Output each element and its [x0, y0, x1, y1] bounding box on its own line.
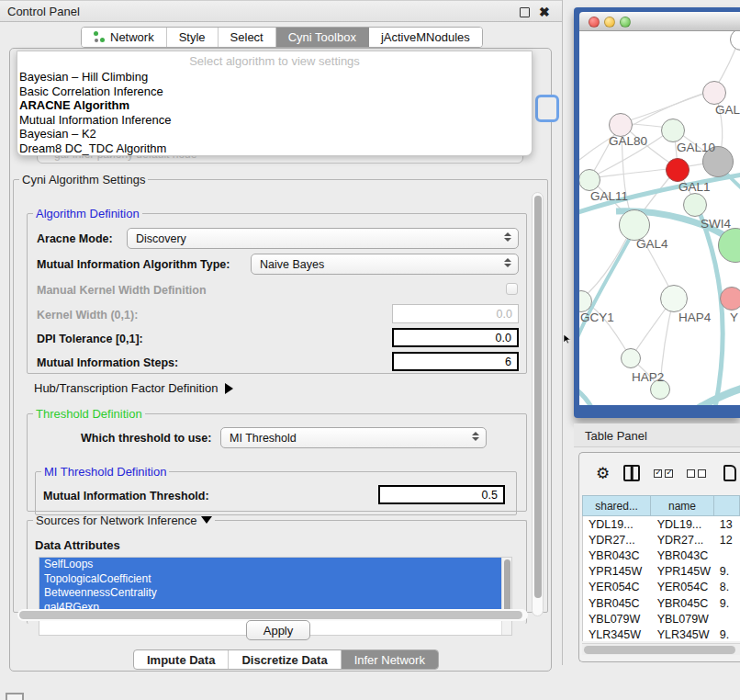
close-icon[interactable]: ✖: [539, 5, 550, 19]
dropdown-item[interactable]: Basic Correlation Inference: [17, 85, 532, 99]
float-window-icon[interactable]: [520, 7, 530, 17]
combo-arrows-icon: [471, 432, 479, 441]
mi-threshold-label: Mutual Information Threshold:: [43, 490, 209, 502]
network-node-gal4[interactable]: [619, 209, 650, 241]
mouse-cursor: [563, 333, 572, 343]
network-node-salmon[interactable]: [720, 287, 740, 310]
deselect-all-icon[interactable]: [687, 469, 706, 478]
column-header-cut[interactable]: [714, 495, 740, 516]
dropdown-item[interactable]: Bayesian – K2: [17, 127, 532, 141]
table-row[interactable]: YBL079WYBL079W: [583, 611, 740, 627]
expander-arrow-icon: [225, 383, 233, 394]
dropdown-item[interactable]: Mutual Information Inference: [17, 113, 532, 128]
network-node-hap2[interactable]: [621, 348, 641, 368]
dpi-tolerance-field[interactable]: 0.0: [392, 328, 519, 347]
mi-steps-field[interactable]: 6: [392, 352, 519, 371]
node-label-swi4: SWI4: [701, 217, 731, 231]
table-body[interactable]: YDL19...YDL19...13 YDR27...YDR27...12 YB…: [582, 516, 740, 641]
tab-select[interactable]: Select: [219, 28, 276, 47]
data-attributes-label: Data Attributes: [35, 538, 120, 552]
combo-arrows-icon: [503, 258, 511, 267]
tab-jactivemnodules[interactable]: jActiveMNodules: [369, 28, 482, 47]
network-node-swi4[interactable]: [683, 193, 707, 217]
table-row[interactable]: YLR345WYLR345W9.: [583, 627, 740, 641]
table-row[interactable]: YDL19...YDL19...13: [583, 516, 740, 532]
table-row[interactable]: YER054CYER054C8.: [583, 580, 740, 595]
column-header-name[interactable]: name: [651, 495, 714, 516]
hub-definition-expander[interactable]: Hub/Transcription Factor Definition: [34, 381, 233, 395]
network-node-hap4[interactable]: [660, 285, 688, 312]
mi-threshold-definition-title: MI Threshold Definition: [41, 465, 169, 479]
sources-title-label: Sources for Network Inference: [36, 514, 197, 527]
tab-infer-network[interactable]: Infer Network: [342, 650, 438, 669]
table-header-row: shared... name: [582, 495, 740, 516]
node-label-hap4: HAP4: [678, 310, 711, 324]
table-panel-titlebar: Table Panel: [574, 423, 740, 447]
tab-style[interactable]: Style: [167, 28, 219, 47]
dpi-tolerance-label: DPI Tolerance [0,1]:: [37, 333, 143, 345]
tab-cyni-toolbox[interactable]: Cyni Toolbox: [276, 28, 369, 47]
table-row[interactable]: YBR045CYBR045C9.: [583, 595, 740, 611]
node-label-gal80: GAL80: [609, 134, 647, 148]
node-label-gal4: GAL4: [636, 237, 668, 251]
network-node-red[interactable]: [666, 158, 690, 182]
tab-network-label: Network: [110, 30, 154, 44]
hub-definition-label: Hub/Transcription Factor Definition: [34, 381, 218, 395]
table-row[interactable]: YBR043CYBR043C: [583, 548, 740, 563]
gear-icon[interactable]: ⚙: [596, 464, 610, 482]
close-traffic-light-icon[interactable]: [589, 17, 600, 28]
list-vertical-scrollbar[interactable]: [501, 558, 511, 636]
aracne-mode-combo[interactable]: Discovery: [127, 228, 519, 249]
table-row[interactable]: YPR145WYPR145W9.: [583, 564, 740, 580]
network-canvas[interactable]: GAL GAL80 GAL10 GAL1 GAL11 SWI4 GAL4 GCY…: [579, 31, 740, 405]
tab-network[interactable]: Network: [82, 28, 167, 47]
collapse-arrow-icon: [201, 516, 212, 524]
bottom-tabstrip: Impute Data Discretize Data Infer Networ…: [133, 649, 439, 670]
tab-discretize-data[interactable]: Discretize Data: [229, 650, 341, 669]
node-label-gal10: GAL10: [677, 141, 715, 154]
node-label-y: Y: [730, 310, 738, 324]
table-horizontal-scrollbar[interactable]: [582, 643, 740, 655]
node-label-gcy1: GCY1: [580, 310, 614, 324]
mi-type-combo[interactable]: Naive Bayes: [251, 254, 519, 275]
zoom-traffic-light-icon[interactable]: [620, 17, 631, 28]
list-item[interactable]: SelfLoops: [39, 558, 511, 572]
node-label-gal1: GAL1: [678, 180, 711, 194]
network-node[interactable]: [702, 81, 726, 105]
which-threshold-label: Which threshold to use:: [81, 432, 211, 445]
network-window-titlebar: [579, 12, 740, 31]
apply-button[interactable]: Apply: [246, 620, 310, 640]
threshold-definition-group: Threshold Definition Which threshold to …: [27, 407, 527, 512]
tab-jactive-label: jActiveMNodules: [381, 30, 470, 44]
aracne-mode-value: Discovery: [136, 232, 186, 245]
list-item[interactable]: BetweennessCentrality: [39, 586, 511, 601]
export-table-icon[interactable]: [723, 465, 736, 481]
which-threshold-combo[interactable]: MI Threshold: [220, 427, 487, 448]
dropdown-item-selected[interactable]: ARACNE Algorithm: [17, 98, 532, 113]
taskbar-fragment-icon: [6, 693, 24, 700]
column-layout-icon[interactable]: [623, 465, 640, 481]
list-item[interactable]: TopologicalCoefficient: [39, 572, 511, 587]
tab-cyni-label: Cyni Toolbox: [288, 30, 356, 44]
threshold-definition-title: Threshold Definition: [33, 407, 145, 421]
column-header-shared[interactable]: shared...: [582, 495, 651, 516]
network-node-gal11[interactable]: [579, 169, 600, 191]
dropdown-item[interactable]: Dream8 DC_TDC Algorithm: [17, 141, 532, 156]
settings-vertical-scrollbar[interactable]: [532, 192, 544, 616]
network-node-gal10[interactable]: [661, 119, 685, 142]
mi-threshold-field[interactable]: 0.5: [378, 485, 505, 504]
select-all-icon[interactable]: [654, 469, 673, 478]
network-view-window: GAL GAL80 GAL10 GAL1 GAL11 SWI4 GAL4 GCY…: [574, 7, 740, 418]
which-threshold-value: MI Threshold: [230, 432, 297, 445]
dropdown-item[interactable]: Bayesian – Hill Climbing: [17, 70, 532, 85]
manual-kernel-label: Manual Kernel Width Definition: [37, 284, 207, 297]
algorithm-dropdown: Select algorithm to view settings Bayesi…: [17, 51, 533, 156]
tab-impute-data[interactable]: Impute Data: [134, 650, 229, 669]
cyni-algorithm-settings-group: Cyni Algorithm Settings Algorithm Defini…: [13, 173, 548, 613]
table-toolbar: ⚙: [579, 453, 740, 493]
manual-kernel-checkbox[interactable]: [506, 283, 518, 295]
minimize-traffic-light-icon[interactable]: [604, 17, 615, 28]
table-row[interactable]: YDR27...YDR27...12: [583, 532, 740, 548]
sources-title[interactable]: Sources for Network Inference: [33, 514, 215, 527]
mi-steps-value: 6: [505, 356, 511, 368]
